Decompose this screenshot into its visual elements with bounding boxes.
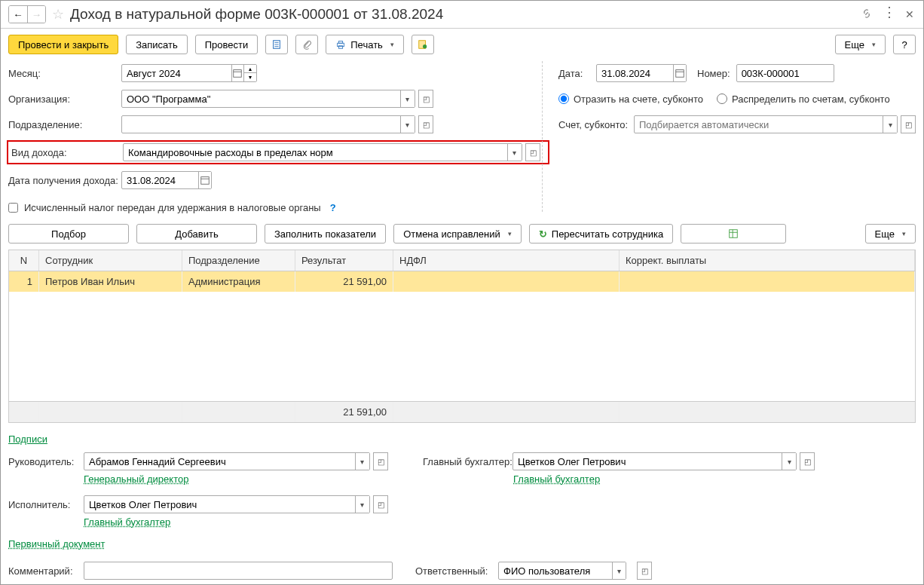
selection-button[interactable]: Подбор <box>8 224 129 243</box>
income-date-input[interactable] <box>122 172 198 188</box>
td-ndfl <box>393 271 620 292</box>
month-input-wrap: ▲ ▼ <box>121 64 257 82</box>
org-input[interactable] <box>122 90 400 107</box>
income-date-wrap <box>121 171 212 189</box>
page-title: Доход в натуральной форме 003К-000001 от… <box>70 6 855 23</box>
number-label: Номер: <box>697 68 730 79</box>
attach-button[interactable] <box>295 35 318 54</box>
radio-distribute[interactable]: Распределить по счетам, субконто <box>717 93 890 105</box>
th-corr[interactable]: Коррект. выплаты <box>620 250 915 271</box>
acc-label: Главный бухгалтер: <box>423 456 512 467</box>
svg-rect-5 <box>339 41 343 44</box>
income-type-dropdown-btn[interactable]: ▾ <box>507 144 522 161</box>
mgr-input[interactable] <box>84 453 355 470</box>
post-close-button[interactable]: Провести и закрыть <box>8 35 118 54</box>
acc-open-btn[interactable]: ◰ <box>800 452 815 470</box>
number-input[interactable] <box>737 65 834 81</box>
mgr-position-link[interactable]: Генеральный директор <box>84 473 188 485</box>
comment-input[interactable] <box>84 562 392 579</box>
tax-checkbox[interactable] <box>8 203 18 213</box>
td-corr <box>620 271 915 292</box>
star-icon[interactable]: ☆ <box>52 6 64 23</box>
more-button[interactable]: Еще <box>835 35 886 54</box>
exec-wrap: ▾ <box>84 495 370 513</box>
radio-account-label: Отразить на счете, субконто <box>574 93 703 105</box>
th-ndfl[interactable]: НДФЛ <box>393 250 620 271</box>
footer-res: 21 591,00 <box>295 402 393 422</box>
account-open-btn[interactable]: ◰ <box>901 115 916 133</box>
month-spinner: ▲ ▼ <box>243 65 256 81</box>
th-res[interactable]: Результат <box>295 250 393 271</box>
doc-link[interactable]: Первичный документ <box>8 538 105 550</box>
close-icon[interactable]: ✕ <box>904 8 916 20</box>
post-button[interactable]: Провести <box>195 35 259 54</box>
exec-position-link[interactable]: Главный бухгалтер <box>84 516 170 528</box>
income-date-calendar-btn[interactable] <box>198 172 211 188</box>
date-input[interactable] <box>597 65 673 81</box>
th-n[interactable]: N <box>9 250 39 271</box>
org-dropdown-btn[interactable]: ▾ <box>400 90 415 107</box>
divider <box>542 61 543 212</box>
exec-open-btn[interactable]: ◰ <box>373 495 388 513</box>
acc-input[interactable] <box>513 453 782 470</box>
link-icon[interactable] <box>861 8 874 20</box>
recalc-label: Пересчитать сотрудника <box>552 228 663 240</box>
refresh-icon: ↻ <box>539 228 547 240</box>
account-input[interactable] <box>635 116 883 133</box>
dep-input[interactable] <box>122 116 400 133</box>
table-settings-button[interactable] <box>681 224 786 243</box>
month-calendar-btn[interactable] <box>231 65 243 81</box>
print-button[interactable]: Печать <box>326 35 404 54</box>
responsible-open-btn[interactable]: ◰ <box>637 562 652 580</box>
acc-dropdown-btn[interactable]: ▾ <box>782 453 796 470</box>
exec-input[interactable] <box>84 496 355 513</box>
cmdbar-more-button[interactable]: Еще <box>865 224 916 243</box>
income-type-input[interactable] <box>124 144 507 161</box>
exec-dropdown-btn[interactable]: ▾ <box>355 496 369 513</box>
mgr-open-btn[interactable]: ◰ <box>373 452 388 470</box>
acc-position-link[interactable]: Главный бухгалтер <box>513 473 600 485</box>
responsible-label: Ответственный: <box>415 565 491 577</box>
menu-icon[interactable]: ⋮ <box>883 8 895 20</box>
recalc-button[interactable]: ↻Пересчитать сотрудника <box>529 224 673 243</box>
print-label: Печать <box>350 39 383 51</box>
table-body: 1 Петров Иван Ильич Администрация 21 591… <box>9 271 915 401</box>
radio-account[interactable]: Отразить на счете, субконто <box>558 93 703 105</box>
dep-open-btn[interactable]: ◰ <box>418 115 433 133</box>
cancel-corr-button[interactable]: Отмена исправлений <box>393 224 522 243</box>
svg-rect-9 <box>234 70 242 78</box>
nav-back-button[interactable]: ← <box>9 6 27 23</box>
mgr-wrap: ▾ <box>84 452 370 470</box>
signatures-title[interactable]: Подписи <box>8 433 47 445</box>
svg-rect-11 <box>201 177 210 185</box>
mgr-dropdown-btn[interactable]: ▾ <box>355 453 369 470</box>
responsible-input[interactable] <box>499 562 612 579</box>
nav-forward-button[interactable]: → <box>27 6 45 23</box>
responsible-dropdown-btn[interactable]: ▾ <box>612 562 626 579</box>
date-label: Дата: <box>558 68 596 79</box>
save-button[interactable]: Записать <box>126 35 188 54</box>
account-dropdown-btn[interactable]: ▾ <box>883 116 897 133</box>
help-icon[interactable]: ? <box>330 202 336 213</box>
th-dep[interactable]: Подразделение <box>182 250 295 271</box>
org-input-wrap: ▾ <box>121 90 415 108</box>
report-button[interactable] <box>265 35 288 54</box>
table-row[interactable]: 1 Петров Иван Ильич Администрация 21 591… <box>9 271 915 292</box>
month-input[interactable] <box>122 65 231 81</box>
month-up-btn[interactable]: ▲ <box>244 65 256 73</box>
add-button[interactable]: Добавить <box>136 224 257 243</box>
org-open-btn[interactable]: ◰ <box>418 90 433 108</box>
date-wrap <box>596 64 687 82</box>
income-type-open-btn[interactable]: ◰ <box>525 143 540 161</box>
template-button[interactable] <box>412 35 434 54</box>
help-button[interactable]: ? <box>893 35 916 54</box>
account-label: Счет, субконто: <box>558 119 634 130</box>
dep-dropdown-btn[interactable]: ▾ <box>400 116 415 133</box>
month-down-btn[interactable]: ▼ <box>244 73 256 81</box>
fill-button[interactable]: Заполнить показатели <box>265 224 386 243</box>
th-emp[interactable]: Сотрудник <box>39 250 182 271</box>
date-calendar-btn[interactable] <box>673 65 686 81</box>
dep-label: Подразделение: <box>8 119 121 130</box>
nav-buttons: ← → <box>8 5 46 23</box>
tax-checkbox-label: Исчисленный налог передан для удержания … <box>24 202 321 213</box>
